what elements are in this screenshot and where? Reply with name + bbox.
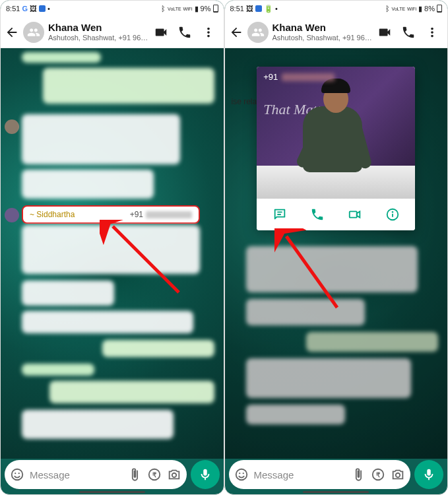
mic-button[interactable] (414, 460, 443, 489)
message-bubble (49, 381, 214, 403)
sender-avatar (5, 119, 19, 134)
rupee-icon[interactable]: ₹ (147, 467, 162, 482)
video-call-icon[interactable] (377, 25, 392, 40)
chat-subtitle: Ashutosh, Shashwat, +91 96354 3... (48, 34, 150, 42)
chat-title: Khana Wen (48, 22, 150, 34)
status-bar: 8:51 G 🖼 • ᛒ VoLTE WiFi ▮ 9% (1, 1, 224, 16)
message-bubble (22, 280, 114, 306)
chat-icon[interactable] (271, 205, 289, 224)
svg-point-1 (12, 469, 23, 480)
bluetooth-icon: ᛒ (161, 5, 166, 13)
mic-button[interactable] (191, 460, 220, 489)
input-bar: Message ₹ (229, 460, 444, 489)
video-call-icon[interactable] (346, 205, 364, 224)
message-input-pill[interactable]: Message ₹ (5, 460, 187, 489)
svg-point-12 (392, 212, 393, 213)
app-bar: Khana Wen Ashutosh, Shashwat, +91 96354 … (225, 16, 448, 48)
popup-action-bar (257, 199, 415, 230)
clock: 8:51 (230, 5, 244, 13)
status-bar: 8:51 🖼 🔋 • ᛒ VoLTE WiFi ▮ 8% (225, 1, 448, 16)
attach-icon[interactable] (127, 467, 142, 482)
message-bubble (22, 170, 154, 199)
svg-point-16 (242, 473, 243, 474)
photos-icon: 🖼 (246, 5, 253, 13)
svg-text:₹: ₹ (152, 471, 157, 478)
battery-small-icon: 🔋 (264, 5, 273, 13)
message-input-pill[interactable]: Message ₹ (229, 460, 411, 489)
svg-text:₹: ₹ (376, 471, 381, 478)
app-bar: Khana Wen Ashutosh, Shashwat, +91 96354 … (1, 16, 224, 48)
more-icon: • (48, 5, 50, 13)
camera-icon[interactable] (167, 467, 181, 482)
date-chip (22, 52, 101, 63)
input-bar: Message ₹ (5, 460, 220, 489)
contact-photo[interactable]: That Matters +91 (257, 67, 415, 199)
clock: 8:51 (6, 5, 20, 13)
more-vert-icon[interactable] (201, 25, 216, 40)
svg-point-15 (239, 473, 240, 474)
signal-icon: ▮ (418, 5, 422, 13)
message-bubble (22, 114, 180, 164)
svg-point-14 (236, 469, 247, 480)
app-icon (39, 5, 46, 12)
attach-icon[interactable] (351, 467, 366, 482)
voice-call-icon[interactable] (177, 25, 192, 40)
voice-call-icon[interactable] (308, 205, 327, 224)
message-bubble (43, 68, 214, 104)
bluetooth-icon: ᛒ (385, 5, 390, 13)
battery-text: 9% (201, 5, 211, 13)
svg-point-2 (15, 473, 16, 474)
wifi-icon: WiFi (407, 7, 416, 11)
more-icon: • (275, 5, 278, 13)
video-call-icon[interactable] (154, 25, 168, 40)
svg-point-3 (18, 473, 20, 474)
group-avatar[interactable] (247, 22, 269, 43)
chat-area[interactable]: ~ Siddhartha +91 (1, 48, 224, 459)
back-icon[interactable] (229, 25, 243, 40)
info-icon[interactable] (383, 205, 402, 224)
message-bubble (102, 340, 214, 357)
rupee-icon[interactable]: ₹ (371, 467, 385, 482)
contact-phone-label: +91 (263, 72, 335, 82)
home-indicator[interactable] (303, 491, 369, 493)
sender-phone: +91 (130, 210, 192, 219)
emoji-icon[interactable] (10, 467, 24, 482)
date-chip (22, 364, 94, 376)
more-vert-icon[interactable] (425, 25, 439, 40)
camera-icon[interactable] (391, 467, 405, 482)
volte-icon: VoLTE (168, 7, 181, 11)
phone-left: 8:51 G 🖼 • ᛒ VoLTE WiFi ▮ 9% Khana Wen A… (0, 0, 224, 495)
message-bubble (22, 225, 200, 274)
signal-icon: ▮ (195, 5, 199, 13)
google-icon: G (22, 5, 28, 13)
chat-title-block[interactable]: Khana Wen Ashutosh, Shashwat, +91 96354 … (48, 22, 150, 42)
voice-call-icon[interactable] (401, 25, 416, 40)
highlighted-sender-header[interactable]: ~ Siddhartha +91 (22, 205, 200, 224)
battery-text: 8% (424, 5, 435, 13)
sender-avatar (5, 208, 19, 222)
message-bubble (22, 311, 193, 333)
phone-right: 8:51 🖼 🔋 • ᛒ VoLTE WiFi ▮ 8% Khana Wen A… (224, 0, 449, 495)
svg-point-6 (172, 473, 176, 477)
volte-icon: VoLTE (392, 7, 406, 11)
emoji-icon[interactable] (234, 467, 249, 482)
chat-subtitle: Ashutosh, Shashwat, +91 96354 3... (272, 34, 374, 42)
wifi-icon: WiFi (183, 7, 193, 11)
chat-title: Khana Wen (272, 22, 374, 34)
chat-title-block[interactable]: Khana Wen Ashutosh, Shashwat, +91 96354 … (272, 22, 374, 42)
back-icon[interactable] (5, 25, 19, 40)
svg-point-19 (396, 473, 400, 477)
group-avatar[interactable] (23, 22, 44, 43)
contact-preview-popup: That Matters +91 (257, 67, 415, 230)
sender-name: ~ Siddhartha (30, 210, 75, 219)
home-indicator[interactable] (79, 491, 145, 493)
app-icon (255, 5, 262, 12)
message-placeholder: Message (254, 469, 346, 480)
message-placeholder: Message (30, 469, 122, 480)
svg-rect-9 (350, 211, 357, 217)
battery-icon (213, 5, 218, 13)
photos-icon: 🖼 (30, 5, 37, 13)
battery-icon (437, 5, 442, 13)
message-bubble (22, 410, 174, 439)
